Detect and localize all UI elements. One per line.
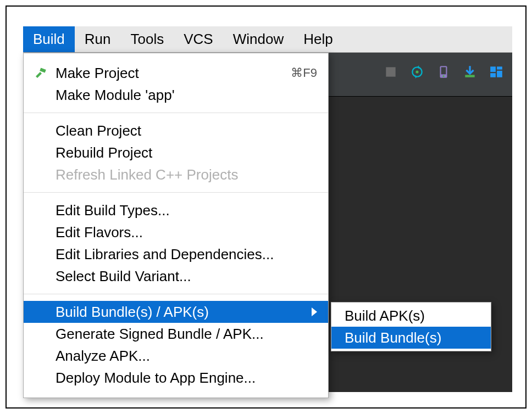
menu-clean-project-label: Clean Project xyxy=(56,122,141,139)
menu-analyze-apk-label: Analyze APK... xyxy=(56,348,150,365)
menubar-item-build[interactable]: Build xyxy=(23,26,75,52)
svg-rect-0 xyxy=(386,67,395,76)
sdk-manager-icon[interactable] xyxy=(463,65,477,79)
submenu-arrow-icon xyxy=(312,307,317,316)
stop-icon[interactable] xyxy=(384,65,398,79)
svg-rect-8 xyxy=(497,66,502,69)
screenshot-frame: Build Run Tools VCS Window Help xyxy=(5,5,527,409)
menu-make-module-label: Make Module 'app' xyxy=(56,87,175,104)
menu-refresh-cpp-label: Refresh Linked C++ Projects xyxy=(56,166,238,183)
device-manager-icon[interactable] xyxy=(436,65,451,79)
svg-rect-9 xyxy=(497,71,502,77)
layout-icon[interactable] xyxy=(489,65,503,79)
menu-make-project[interactable]: Make Project ⌘F9 xyxy=(24,62,328,84)
sync-icon[interactable] xyxy=(410,65,424,79)
menubar: Build Run Tools VCS Window Help xyxy=(23,26,512,53)
menu-refresh-cpp: Refresh Linked C++ Projects xyxy=(24,164,328,186)
menu-build-bundles-apks-label: Build Bundle(s) / APK(s) xyxy=(56,304,209,321)
menu-clean-project[interactable]: Clean Project xyxy=(24,120,328,142)
menu-make-module[interactable]: Make Module 'app' xyxy=(24,84,328,106)
menu-analyze-apk[interactable]: Analyze APK... xyxy=(24,345,328,367)
menu-edit-build-types-label: Edit Build Types... xyxy=(56,202,170,219)
menu-separator xyxy=(24,113,328,113)
menu-make-project-label: Make Project xyxy=(56,65,139,82)
menu-separator xyxy=(24,192,328,193)
svg-rect-11 xyxy=(40,68,46,72)
menubar-item-window[interactable]: Window xyxy=(223,26,293,52)
menu-select-build-variant[interactable]: Select Build Variant... xyxy=(24,265,328,287)
ide-window-crop: Build Run Tools VCS Window Help xyxy=(23,26,512,392)
svg-rect-10 xyxy=(490,73,496,77)
menu-edit-flavors-label: Edit Flavors... xyxy=(56,224,143,241)
menu-generate-signed[interactable]: Generate Signed Bundle / APK... xyxy=(24,323,328,345)
menu-build-bundles-apks[interactable]: Build Bundle(s) / APK(s) xyxy=(24,301,328,323)
menubar-item-tools[interactable]: Tools xyxy=(121,26,174,52)
submenu-build-apks[interactable]: Build APK(s) xyxy=(331,305,491,327)
build-bundles-submenu: Build APK(s) Build Bundle(s) xyxy=(331,302,491,351)
menu-select-build-variant-label: Select Build Variant... xyxy=(56,268,191,285)
svg-rect-6 xyxy=(465,75,474,77)
menubar-item-help[interactable]: Help xyxy=(293,26,342,52)
submenu-build-bundles[interactable]: Build Bundle(s) xyxy=(331,327,491,349)
svg-rect-4 xyxy=(441,67,446,74)
menu-edit-build-types[interactable]: Edit Build Types... xyxy=(24,199,328,221)
menu-edit-libraries-label: Edit Libraries and Dependencies... xyxy=(56,246,274,263)
menubar-item-run[interactable]: Run xyxy=(75,26,121,52)
submenu-build-apks-label: Build APK(s) xyxy=(345,307,425,325)
menu-deploy-app-engine[interactable]: Deploy Module to App Engine... xyxy=(24,367,328,389)
menubar-item-vcs[interactable]: VCS xyxy=(174,26,223,52)
toolbar-icon-group xyxy=(384,65,503,79)
svg-point-5 xyxy=(442,75,444,77)
menu-rebuild-project-label: Rebuild Project xyxy=(56,144,152,161)
svg-rect-7 xyxy=(490,66,496,72)
menu-edit-libraries[interactable]: Edit Libraries and Dependencies... xyxy=(24,243,328,265)
svg-point-2 xyxy=(415,70,418,73)
menu-generate-signed-label: Generate Signed Bundle / APK... xyxy=(56,326,264,343)
hammer-icon xyxy=(34,66,47,80)
menu-deploy-app-engine-label: Deploy Module to App Engine... xyxy=(56,370,256,387)
build-dropdown: Make Project ⌘F9 Make Module 'app' Clean… xyxy=(23,53,329,398)
menu-separator xyxy=(24,294,328,294)
menu-rebuild-project[interactable]: Rebuild Project xyxy=(24,142,328,164)
menu-make-project-shortcut: ⌘F9 xyxy=(291,66,317,80)
menu-edit-flavors[interactable]: Edit Flavors... xyxy=(24,221,328,243)
submenu-build-bundles-label: Build Bundle(s) xyxy=(345,329,441,346)
